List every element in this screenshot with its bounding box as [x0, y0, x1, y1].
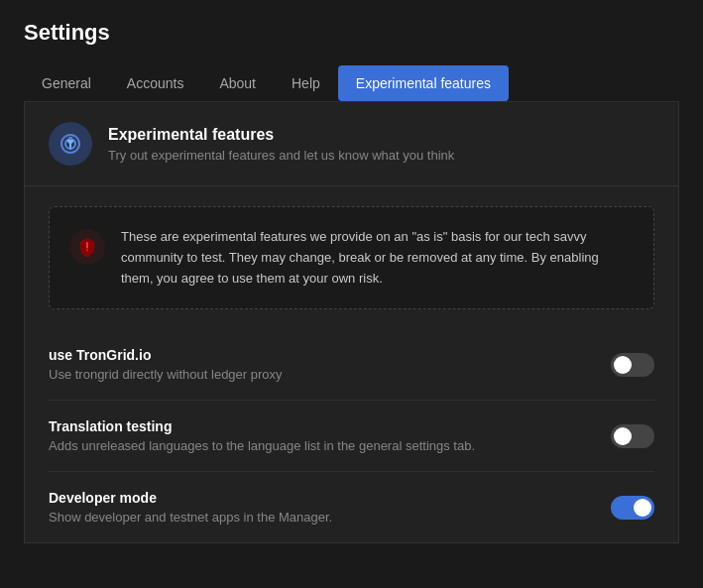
warning-box: These are experimental features we provi… — [49, 206, 654, 309]
setting-trongrid-label: use TronGrid.io — [49, 347, 283, 363]
warning-shield-icon — [69, 229, 105, 265]
setting-trongrid: use TronGrid.io Use trongrid directly wi… — [49, 329, 654, 401]
setting-translation-label: Translation testing — [49, 418, 475, 434]
toggle-trongrid-track — [611, 353, 654, 377]
warning-text: These are experimental features we provi… — [121, 227, 634, 289]
setting-trongrid-text: use TronGrid.io Use trongrid directly wi… — [49, 347, 283, 382]
section-title: Experimental features — [108, 126, 454, 144]
page-title: Settings — [24, 20, 679, 46]
setting-developer: Developer mode Show developer and testne… — [49, 472, 654, 542]
setting-developer-text: Developer mode Show developer and testne… — [49, 490, 332, 525]
setting-translation-desc: Adds unreleased languages to the languag… — [49, 438, 475, 453]
toggle-translation[interactable] — [611, 424, 654, 448]
tab-about[interactable]: About — [201, 65, 274, 101]
tab-experimental[interactable]: Experimental features — [338, 65, 509, 101]
tab-accounts[interactable]: Accounts — [109, 65, 202, 101]
setting-trongrid-desc: Use trongrid directly without ledger pro… — [49, 367, 283, 382]
toggle-developer[interactable] — [611, 496, 654, 520]
setting-translation-text: Translation testing Adds unreleased lang… — [49, 418, 475, 453]
svg-point-2 — [86, 250, 88, 252]
toggle-trongrid-thumb — [614, 356, 632, 374]
toggle-developer-track — [611, 496, 654, 520]
tab-help[interactable]: Help — [274, 65, 338, 101]
setting-developer-label: Developer mode — [49, 490, 332, 506]
nav-tabs: General Accounts About Help Experimental… — [24, 65, 679, 102]
setting-translation: Translation testing Adds unreleased lang… — [49, 401, 654, 472]
settings-list: use TronGrid.io Use trongrid directly wi… — [25, 329, 678, 542]
page-container: Settings General Accounts About Help Exp… — [0, 0, 703, 563]
section-subtitle: Try out experimental features and let us… — [108, 148, 454, 163]
toggle-translation-track — [611, 424, 654, 448]
toggle-translation-thumb — [614, 427, 632, 445]
toggle-trongrid[interactable] — [611, 353, 654, 377]
tab-general[interactable]: General — [24, 65, 109, 101]
section-header: Experimental features Try out experiment… — [25, 102, 678, 186]
experimental-icon — [49, 122, 92, 166]
content-area: Experimental features Try out experiment… — [24, 102, 679, 543]
section-title-block: Experimental features Try out experiment… — [108, 126, 454, 163]
toggle-developer-thumb — [634, 499, 651, 517]
setting-developer-desc: Show developer and testnet apps in the M… — [49, 510, 332, 525]
